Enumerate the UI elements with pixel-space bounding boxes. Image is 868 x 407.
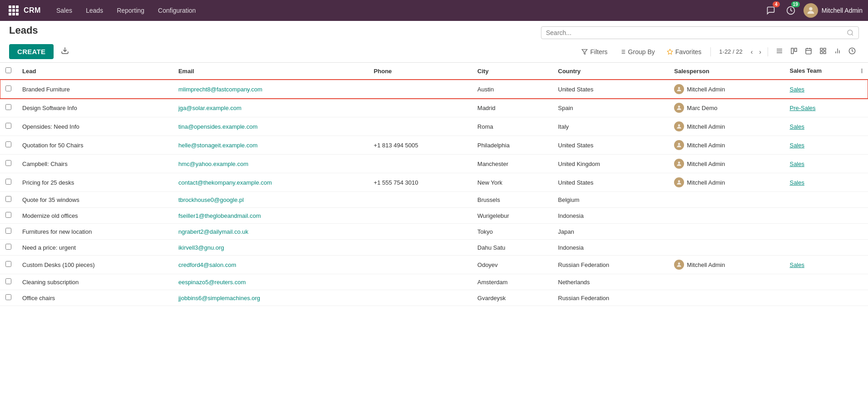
cell-lead-name[interactable]: Need a price: urgent xyxy=(17,240,173,256)
cell-lead-name[interactable]: Cleaning subscription xyxy=(17,274,173,290)
table-row[interactable]: Pricing for 25 deskscontact@thekompany.e… xyxy=(0,173,868,192)
select-all-header[interactable] xyxy=(0,63,17,80)
table-row[interactable]: Modernize old officesfseiller1@theglobea… xyxy=(0,208,868,224)
table-row[interactable]: Branded Furnituremlimprecht8@fastcompany… xyxy=(0,80,868,99)
activity-view-button[interactable] xyxy=(845,45,859,59)
cell-email[interactable]: credford4@salon.com xyxy=(173,256,368,274)
cell-sales-team[interactable] xyxy=(784,274,868,290)
cell-email[interactable]: fseiller1@theglobeandmail.com xyxy=(173,208,368,224)
cell-sales-team[interactable] xyxy=(784,290,868,306)
cell-email[interactable]: hmc@yahoo.example.com xyxy=(173,155,368,173)
activity-icon-button[interactable]: 19 xyxy=(784,3,798,18)
row-checkbox[interactable] xyxy=(5,228,11,234)
nav-brand[interactable]: CRM xyxy=(24,6,41,15)
cell-lead-name[interactable]: Office chairs xyxy=(17,290,173,306)
select-all-checkbox[interactable] xyxy=(5,67,11,73)
cell-sales-team[interactable]: Sales xyxy=(784,173,868,192)
cell-lead-name[interactable]: Design Software Info xyxy=(17,99,173,117)
cell-sales-team[interactable] xyxy=(784,224,868,240)
col-email[interactable]: Email xyxy=(173,63,368,80)
cell-email[interactable]: jga@solar.example.com xyxy=(173,99,368,117)
table-row[interactable]: Quote for 35 windowstbrockhouse0@google.… xyxy=(0,192,868,208)
col-phone[interactable]: Phone xyxy=(368,63,472,80)
cell-sales-team[interactable]: Sales xyxy=(784,155,868,173)
nav-reporting[interactable]: Reporting xyxy=(110,4,151,17)
filters-button[interactable]: Filters xyxy=(577,46,612,58)
cell-sales-team[interactable]: Sales xyxy=(784,80,868,99)
grid-view-button[interactable] xyxy=(816,45,830,59)
pagination-prev[interactable]: ‹ xyxy=(749,47,755,56)
apps-menu-button[interactable] xyxy=(5,2,22,19)
chat-icon-button[interactable]: 4 xyxy=(764,3,778,18)
cell-lead-name[interactable]: Quote for 35 windows xyxy=(17,192,173,208)
col-sales-team[interactable]: Sales Team ⁞ xyxy=(784,63,868,80)
nav-configuration[interactable]: Configuration xyxy=(152,4,202,17)
cell-sales-team[interactable]: Sales xyxy=(784,256,868,274)
cell-lead-name[interactable]: Custom Desks (100 pieces) xyxy=(17,256,173,274)
row-checkbox[interactable] xyxy=(5,179,11,185)
cell-email[interactable]: ngrabert2@dailymail.co.uk xyxy=(173,224,368,240)
row-checkbox[interactable] xyxy=(5,85,11,91)
list-view-button[interactable] xyxy=(773,45,786,59)
col-lead[interactable]: Lead xyxy=(17,63,173,80)
cell-email[interactable]: tbrockhouse0@google.pl xyxy=(173,192,368,208)
row-checkbox[interactable] xyxy=(5,294,11,300)
table-row[interactable]: Cleaning subscriptioneespinazo5@reuters.… xyxy=(0,274,868,290)
download-button[interactable] xyxy=(57,44,73,60)
cell-sales-team[interactable] xyxy=(784,208,868,224)
cell-email[interactable]: helle@stonageit.example.com xyxy=(173,136,368,155)
cell-email[interactable]: contact@thekompany.example.com xyxy=(173,173,368,192)
nav-sales[interactable]: Sales xyxy=(50,4,79,17)
cell-lead-name[interactable]: Branded Furniture xyxy=(17,80,173,99)
table-row[interactable]: Campbell: Chairshmc@yahoo.example.comMan… xyxy=(0,155,868,173)
pagination-next[interactable]: › xyxy=(757,47,763,56)
user-menu-button[interactable]: Mitchell Admin xyxy=(804,3,863,18)
activity-badge: 19 xyxy=(791,1,800,7)
table-row[interactable]: Quotation for 50 Chairshelle@stonageit.e… xyxy=(0,136,868,155)
row-checkbox[interactable] xyxy=(5,160,11,166)
search-input[interactable] xyxy=(546,29,847,36)
cell-lead-name[interactable]: Campbell: Chairs xyxy=(17,155,173,173)
row-checkbox[interactable] xyxy=(5,196,11,202)
row-checkbox[interactable] xyxy=(5,141,11,147)
cell-sales-team[interactable]: Sales xyxy=(784,136,868,155)
cell-email[interactable]: mlimprecht8@fastcompany.com xyxy=(173,80,368,99)
row-checkbox[interactable] xyxy=(5,104,11,110)
cell-email[interactable]: eespinazo5@reuters.com xyxy=(173,274,368,290)
table-row[interactable]: Furnitures for new locationngrabert2@dai… xyxy=(0,224,868,240)
cell-lead-name[interactable]: Quotation for 50 Chairs xyxy=(17,136,173,155)
cell-email[interactable]: jjobbins6@simplemachines.org xyxy=(173,290,368,306)
col-settings-icon[interactable]: ⁞ xyxy=(861,67,863,75)
col-salesperson[interactable]: Salesperson xyxy=(669,63,784,80)
col-city[interactable]: City xyxy=(472,63,552,80)
group-by-button[interactable]: Group By xyxy=(615,46,660,58)
kanban-view-button[interactable] xyxy=(787,45,801,59)
row-checkbox[interactable] xyxy=(5,278,11,284)
cell-email[interactable]: ikirvell3@gnu.org xyxy=(173,240,368,256)
cell-lead-name[interactable]: Furnitures for new location xyxy=(17,224,173,240)
row-checkbox[interactable] xyxy=(5,244,11,250)
cell-sales-team[interactable]: Sales xyxy=(784,117,868,136)
global-search-area[interactable] xyxy=(541,26,859,39)
cell-lead-name[interactable]: Modernize old offices xyxy=(17,208,173,224)
chart-view-button[interactable] xyxy=(831,45,844,59)
cell-email[interactable]: tina@opensides.example.com xyxy=(173,117,368,136)
calendar-view-button[interactable] xyxy=(802,45,815,59)
table-row[interactable]: Design Software Infojga@solar.example.co… xyxy=(0,99,868,117)
create-button[interactable]: CREATE xyxy=(9,44,54,59)
row-checkbox[interactable] xyxy=(5,123,11,129)
table-row[interactable]: Need a price: urgentikirvell3@gnu.orgDah… xyxy=(0,240,868,256)
nav-leads[interactable]: Leads xyxy=(79,4,109,17)
cell-lead-name[interactable]: Opensides: Need Info xyxy=(17,117,173,136)
cell-sales-team[interactable]: Pre-Sales xyxy=(784,99,868,117)
cell-sales-team[interactable] xyxy=(784,192,868,208)
table-row[interactable]: Custom Desks (100 pieces)credford4@salon… xyxy=(0,256,868,274)
cell-sales-team[interactable] xyxy=(784,240,868,256)
favorites-button[interactable]: Favorites xyxy=(662,46,706,58)
row-checkbox[interactable] xyxy=(5,261,11,267)
table-row[interactable]: Opensides: Need Infotina@opensides.examp… xyxy=(0,117,868,136)
row-checkbox[interactable] xyxy=(5,212,11,218)
table-row[interactable]: Office chairsjjobbins6@simplemachines.or… xyxy=(0,290,868,306)
col-country[interactable]: Country xyxy=(553,63,669,80)
cell-lead-name[interactable]: Pricing for 25 desks xyxy=(17,173,173,192)
